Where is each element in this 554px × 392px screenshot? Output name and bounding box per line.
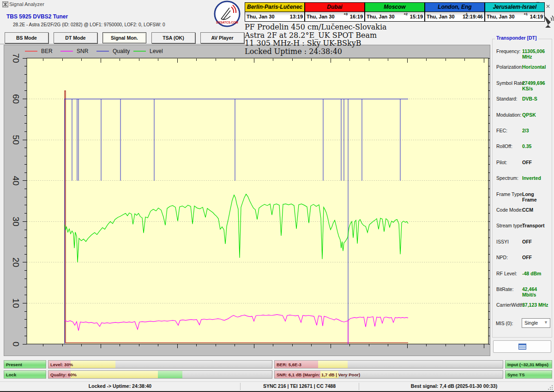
transponder-row-label: CarrierWidth: (496, 302, 525, 308)
transponder-row-value: 37,123 MHz (522, 302, 548, 308)
progress-bar: Quality: 60% (48, 370, 272, 379)
tab-signal-mon-[interactable]: Signal Mon. (102, 32, 146, 43)
clock-date: Thu, Jan 30 (307, 14, 335, 19)
ytick-label-60: 60 (11, 94, 21, 104)
clock-utc-offset: +1 (524, 12, 528, 16)
statusbar-divider (240, 383, 241, 390)
transponder-row-label: Symbol Rate: (496, 80, 525, 86)
clock-4: Jerusalem-IsraelThu, Jan 30+114:19 (485, 2, 545, 22)
transponder-row-label: Polarization: (496, 64, 523, 70)
tab-bs-mode[interactable]: BS Mode (5, 32, 48, 43)
logo-text: DXSATCS.COM (216, 21, 238, 24)
transponder-row-label: RF Level: (496, 271, 517, 276)
statusbar-divider (359, 383, 359, 390)
transponder-row: ISSYIOFF (496, 239, 550, 245)
clock-time: 16:19 (350, 14, 363, 19)
world-clocks: Berlin-Paris-LučenecThu, Jan 3013:19Duba… (245, 2, 545, 22)
signal-chart: BERSNRQualityLevel010203040506070 (4, 45, 490, 356)
ytick-label-0: 0 (11, 342, 21, 347)
transponder-panel-title: Transponder [DT] (495, 35, 538, 41)
transponder-row-label: NPD: (496, 255, 508, 260)
clock-3: London, EngThu, Jan 30-112:19:46 (425, 2, 485, 22)
window-title: Signal Analyzer (9, 1, 44, 7)
transponder-action-button[interactable] (493, 340, 551, 353)
dxsatcs-logo: DXSATCS.COM (213, 0, 241, 28)
transponder-panel: Transponder [DT] Frequency:11305,006 MHz… (491, 32, 553, 357)
clock-city: London, Eng (425, 2, 485, 12)
ytick-label-20: 20 (11, 257, 21, 267)
transponder-row-label: Frame Type: (496, 191, 524, 197)
tab-av-player[interactable]: AV Player (200, 32, 244, 43)
mis-row: MIS (0): Single ▼ (496, 321, 551, 326)
feed-info-block: PF Prodelin 450 cm/Lučenec-SlovakiaAstra… (245, 23, 494, 55)
progress-bar-label: Level: 30% (50, 362, 73, 367)
transponder-row: Modulation:QPSK (496, 112, 550, 119)
statusbar-section-1: SYNC 216 | TEI 12671 | CC 7488 (240, 383, 359, 389)
transponder-row: Pilot:OFF (496, 160, 550, 166)
transponder-groupbox: Frequency:11305,006 MHzPolarization:Hori… (492, 39, 552, 338)
progress-bar-label: SNR: 6,1 dB (Margin: 1,7 dB | Very Poor) (277, 372, 360, 377)
transponder-row-value: CCM (522, 207, 533, 213)
transponder-row-value: 2/3 (522, 128, 529, 133)
progress-bar: Level: 30% (48, 360, 272, 368)
clock-date: Thu, Jan 30 (487, 14, 515, 19)
transponder-row-value: OFF (522, 239, 532, 244)
transponder-row: BitRate:42,464 Mbit/s (496, 286, 550, 293)
transponder-row-label: BitRate: (496, 286, 513, 292)
transponder-row: Stream type:Transport (496, 223, 550, 229)
status-bar-end: Input (~32,31 Mbps) (505, 360, 552, 368)
legend-label-Level: Level (150, 48, 163, 54)
transponder-row: Standard:DVB-S (496, 96, 550, 102)
transponder-row-label: Stream type: (496, 223, 524, 228)
statusbar-section-2: Best signal: 7,4 dB (2025-01-30 00:33) (359, 383, 549, 389)
clock-utc-offset: +3 (343, 12, 348, 16)
chevron-down-icon: ▼ (544, 320, 548, 325)
clock-1: DubaiThu, Jan 30+316:19 (305, 2, 365, 22)
clock-city: Jerusalem-Israel (485, 2, 545, 12)
tab-divider (0, 44, 245, 44)
satellite-dish-icon (542, 13, 554, 29)
transponder-row-label: Spectrum: (496, 175, 518, 181)
statusbar-section-0: Locked -> Uptime: 24:38:40 (0, 383, 240, 389)
clock-time-row: Thu, Jan 30-112:19:46 (425, 12, 485, 22)
transponder-row: Spectrum:Inverted (496, 175, 550, 182)
clock-time-row: Thu, Jan 3013:19 (245, 12, 305, 22)
feed-info-line-3: Locked Uptime : 24:38:40 (245, 48, 494, 56)
ytick-label-70: 70 (11, 53, 21, 63)
transponder-row: Symbol Rate:27499,696 KS/s (496, 80, 550, 87)
clock-utc-offset: +2 (403, 12, 408, 16)
transponder-row-label: FEC: (496, 128, 507, 133)
status-bar-present: Present (4, 360, 46, 368)
transponder-row: FEC:2/3 (496, 128, 550, 134)
ytick-label-10: 10 (11, 298, 21, 308)
ytick-label-30: 30 (11, 217, 21, 226)
mis-select[interactable]: Single ▼ (522, 318, 550, 328)
tab-tsa-ok-[interactable]: TSA (OK) (151, 32, 195, 43)
clock-time: 14:19 (530, 14, 543, 19)
ytick-label-40: 40 (11, 176, 21, 185)
tuner-title: TBS 5925 DVBS2 Tuner (6, 13, 68, 20)
transponder-row-value: Inverted (522, 175, 541, 181)
clock-0: Berlin-Paris-LučenecThu, Jan 3013:19 (245, 2, 305, 22)
signal-analyzer-window: Signal Analyzer ─ □ ✕ TBS 5925 DVBS2 Tun… (0, 0, 554, 392)
transponder-row: Frame Type:Long Frame (496, 191, 550, 198)
transponder-row-value: 11305,006 MHz (522, 48, 550, 59)
clock-time-row: Thu, Jan 30+215:19 (365, 12, 425, 22)
clock-city: Moscow (365, 2, 425, 12)
status-bar-lock: Lock (4, 370, 46, 379)
close-button[interactable]: ✕ (544, 3, 552, 10)
progress-bar-label: BER: 5,6E-3 (277, 362, 301, 367)
statusbar: Locked -> Uptime: 24:38:40SYNC 216 | TEI… (0, 381, 554, 391)
tab-dt-mode[interactable]: DT Mode (54, 32, 97, 43)
transponder-row-label: Code Mode: (496, 207, 523, 213)
transponder-row: Frequency:11305,006 MHz (496, 48, 550, 55)
transponder-row-label: RollOff: (496, 143, 512, 149)
clock-date: Thu, Jan 30 (247, 14, 275, 19)
transponder-row-value: 27499,696 KS/s (522, 80, 550, 91)
list-icon (518, 344, 526, 350)
transponder-row: NPD:OFF (496, 255, 550, 261)
app-icon (2, 1, 8, 7)
clock-date: Thu, Jan 30 (427, 14, 455, 19)
clock-time-row: Thu, Jan 30+114:19 (485, 12, 545, 22)
signal-chart-panel: BERSNRQualityLevel010203040506070 (4, 45, 490, 356)
